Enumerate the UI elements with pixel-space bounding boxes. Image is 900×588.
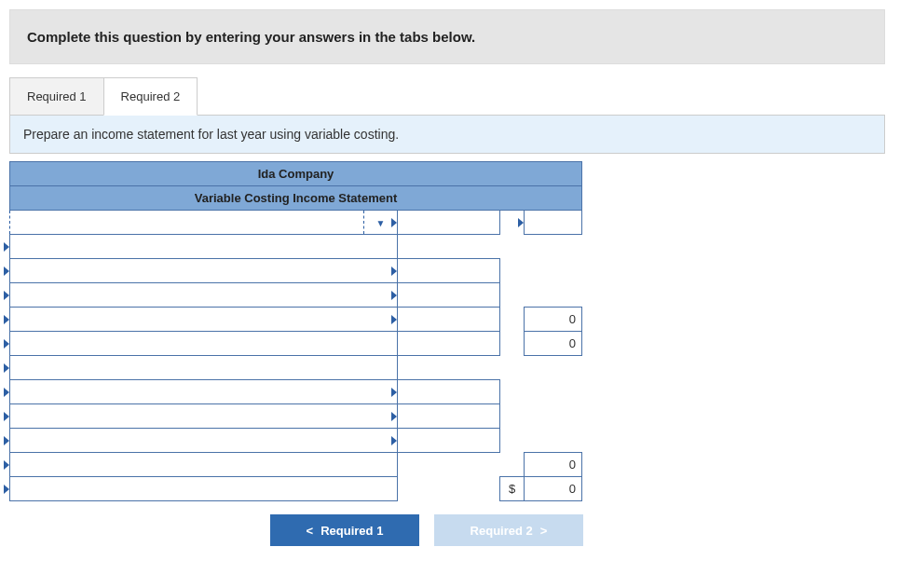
income-statement-table: Ida Company Variable Costing Income Stat… bbox=[9, 161, 582, 501]
cell-value: 0 bbox=[569, 458, 576, 472]
triangle-marker-icon bbox=[4, 291, 9, 300]
spacer bbox=[500, 259, 525, 283]
net-income-cell[interactable]: 0 bbox=[525, 477, 582, 501]
triangle-marker-icon bbox=[391, 315, 397, 324]
triangle-marker-icon bbox=[4, 412, 9, 421]
spacer bbox=[525, 429, 582, 453]
amount-cell[interactable] bbox=[398, 211, 500, 235]
prev-label: Required 1 bbox=[320, 524, 383, 538]
amount-cell[interactable]: 0 bbox=[525, 308, 582, 332]
tab-label: Required 1 bbox=[27, 89, 87, 103]
statement-title: Variable Costing Income Statement bbox=[10, 186, 582, 211]
nav-buttons: < Required 1 Required 2 > bbox=[9, 514, 885, 546]
chevron-right-icon: > bbox=[540, 524, 548, 538]
amount-cell[interactable]: 0 bbox=[525, 453, 582, 477]
next-button[interactable]: Required 2 > bbox=[434, 514, 583, 546]
triangle-marker-icon bbox=[391, 436, 397, 445]
spacer bbox=[525, 380, 582, 404]
spacer bbox=[398, 477, 500, 501]
currency-symbol: $ bbox=[500, 477, 525, 501]
line-label-input[interactable] bbox=[10, 380, 398, 404]
triangle-marker-icon bbox=[391, 412, 397, 421]
line-label-input[interactable] bbox=[10, 332, 398, 356]
next-label: Required 2 bbox=[470, 524, 533, 538]
amount-cell[interactable] bbox=[525, 211, 582, 235]
spacer bbox=[398, 356, 500, 380]
company-header: Ida Company bbox=[10, 162, 582, 186]
spacer bbox=[525, 283, 582, 308]
triangle-marker-icon bbox=[4, 242, 9, 252]
triangle-marker-icon bbox=[518, 218, 524, 227]
cell-value: 0 bbox=[569, 336, 576, 350]
triangle-marker-icon bbox=[391, 291, 397, 300]
question-prompt: Prepare an income statement for last yea… bbox=[9, 115, 885, 154]
instruction-text: Complete this question by entering your … bbox=[27, 29, 475, 45]
amount-cell[interactable] bbox=[398, 259, 500, 283]
cell-value: 0 bbox=[569, 482, 576, 496]
amount-cell[interactable] bbox=[398, 308, 500, 332]
line-label-input[interactable] bbox=[10, 404, 398, 429]
triangle-marker-icon bbox=[391, 218, 397, 227]
triangle-marker-icon bbox=[4, 339, 9, 349]
prev-button[interactable]: < Required 1 bbox=[270, 514, 419, 546]
triangle-marker-icon bbox=[391, 388, 397, 397]
tab-required-2[interactable]: Required 2 bbox=[103, 77, 198, 116]
amount-cell[interactable] bbox=[398, 283, 500, 308]
triangle-marker-icon bbox=[391, 267, 397, 276]
spacer bbox=[525, 356, 582, 380]
line-label-input[interactable] bbox=[10, 429, 398, 453]
spacer bbox=[500, 380, 525, 404]
spacer bbox=[525, 404, 582, 429]
spacer bbox=[500, 332, 525, 356]
line-label-input[interactable] bbox=[10, 283, 398, 308]
spacer bbox=[500, 404, 525, 429]
tab-required-1[interactable]: Required 1 bbox=[9, 77, 104, 116]
spacer bbox=[500, 283, 525, 308]
tabs: Required 1 Required 2 bbox=[9, 77, 885, 116]
line-label-input[interactable] bbox=[10, 308, 398, 332]
prompt-text: Prepare an income statement for last yea… bbox=[23, 127, 399, 142]
triangle-marker-icon bbox=[4, 315, 9, 324]
spacer bbox=[500, 235, 525, 259]
triangle-marker-icon bbox=[4, 267, 9, 276]
line-label-input[interactable] bbox=[10, 259, 398, 283]
triangle-marker-icon bbox=[4, 485, 9, 494]
spacer bbox=[525, 259, 582, 283]
spacer bbox=[500, 308, 525, 332]
spacer bbox=[500, 453, 525, 477]
chevron-down-icon: ▼ bbox=[376, 219, 386, 228]
line-label-input[interactable] bbox=[10, 356, 398, 380]
line-label-input[interactable] bbox=[10, 211, 364, 235]
spacer bbox=[525, 235, 582, 259]
amount-cell[interactable] bbox=[398, 332, 500, 356]
triangle-marker-icon bbox=[4, 388, 9, 397]
cell-value: 0 bbox=[569, 312, 576, 326]
line-label-input[interactable] bbox=[10, 235, 398, 259]
amount-cell[interactable]: 0 bbox=[525, 332, 582, 356]
amount-cell[interactable] bbox=[398, 380, 500, 404]
amount-cell[interactable] bbox=[398, 404, 500, 429]
triangle-marker-icon bbox=[4, 460, 9, 470]
instruction-bar: Complete this question by entering your … bbox=[9, 9, 885, 64]
amount-cell[interactable] bbox=[398, 429, 500, 453]
spacer bbox=[500, 356, 525, 380]
spacer bbox=[500, 429, 525, 453]
spacer bbox=[398, 235, 500, 259]
triangle-marker-icon bbox=[4, 363, 9, 373]
line-label-input[interactable] bbox=[10, 453, 398, 477]
triangle-marker-icon bbox=[4, 436, 9, 445]
tab-label: Required 2 bbox=[121, 89, 181, 103]
chevron-left-icon: < bbox=[307, 524, 314, 538]
spacer bbox=[398, 453, 500, 477]
line-label-input[interactable] bbox=[10, 477, 398, 501]
